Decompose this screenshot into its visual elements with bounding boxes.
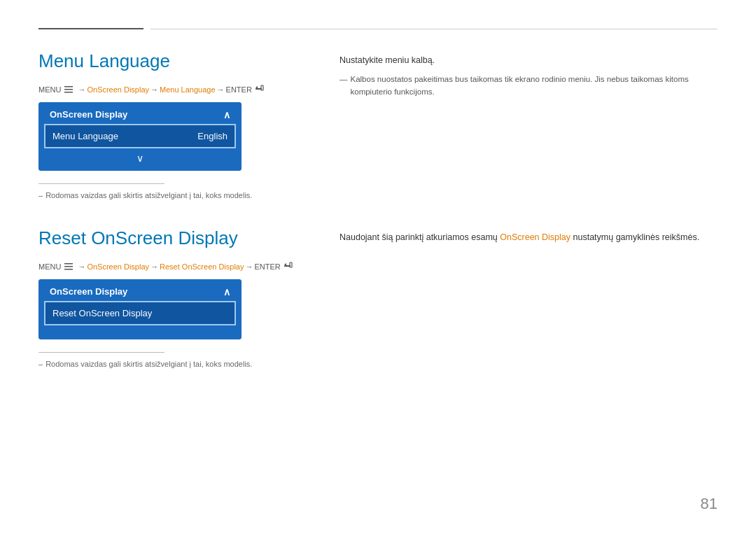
svg-rect-4 xyxy=(255,88,262,90)
osd-row-reset-osd[interactable]: Reset OnScreen Display xyxy=(44,301,236,325)
breadcrumb-link1-1[interactable]: OnScreen Display xyxy=(87,85,149,94)
osd-chevron-up-2: ∧ xyxy=(223,287,230,297)
osd-header-title-2: OnScreen Display xyxy=(50,286,127,297)
breadcrumb-menu-icon-2 xyxy=(64,263,74,270)
desc-link-2[interactable]: OnScreen Display xyxy=(500,232,570,242)
section-divider-2 xyxy=(38,352,164,353)
breadcrumb-link2-1[interactable]: Menu Language xyxy=(160,85,216,94)
desc-main-1: Nustatykite meniu kalbą. xyxy=(340,54,718,67)
footnote-text-1: Rodomas vaizdas gali skirtis atsižvelgia… xyxy=(46,191,252,199)
svg-rect-0 xyxy=(64,86,73,87)
breadcrumb-arrow3-1: → xyxy=(217,85,225,94)
osd-box-menu-language: OnScreen Display ∧ Menu Language English… xyxy=(38,102,241,171)
top-decorative-lines xyxy=(38,28,718,29)
osd-header-2: OnScreen Display ∧ xyxy=(38,279,241,301)
footnote-dash-1: – xyxy=(38,191,43,199)
section-right-menu-language: Nustatykite meniu kalbą. ― Kalbos nuosta… xyxy=(340,50,718,199)
svg-rect-2 xyxy=(64,92,73,93)
breadcrumb-enter-icon-1 xyxy=(255,85,265,94)
footnote-2: – Rodomas vaizdas gali skirtis atsižvelg… xyxy=(38,360,312,368)
top-line-dark xyxy=(38,28,144,29)
svg-rect-1 xyxy=(64,89,73,90)
section-divider-1 xyxy=(38,183,164,184)
footnote-text-2: Rodomas vaizdas gali skirtis atsižvelgia… xyxy=(46,360,252,368)
breadcrumb-link1-2[interactable]: OnScreen Display xyxy=(87,262,149,271)
breadcrumb-arrow2-2: → xyxy=(150,262,158,271)
desc-sub-dash-1: ― xyxy=(340,73,348,99)
breadcrumb-enter-2: ENTER xyxy=(255,262,281,271)
page-number: 81 xyxy=(701,495,718,513)
breadcrumb-link2-2[interactable]: Reset OnScreen Display xyxy=(160,262,244,271)
section-title-reset-osd: Reset OnScreen Display xyxy=(38,227,312,249)
osd-chevron-up-1: ∧ xyxy=(223,110,230,120)
breadcrumb-menu-language: MENU → OnScreen Display → Menu Language … xyxy=(38,85,312,94)
breadcrumb-arrow3-2: → xyxy=(246,262,253,271)
osd-chevron-down-1: ∨ xyxy=(38,148,241,171)
desc-post-2: nustatymų gamyklinės reikšmės. xyxy=(570,232,699,242)
osd-header-title-1: OnScreen Display xyxy=(50,109,127,120)
breadcrumb-enter-1: ENTER xyxy=(226,85,252,94)
osd-header-1: OnScreen Display ∧ xyxy=(38,102,241,124)
svg-rect-7 xyxy=(64,266,73,267)
section-menu-language: Menu Language MENU → OnScreen Display → … xyxy=(38,50,718,199)
breadcrumb-arrow1-1: → xyxy=(78,85,85,94)
osd-row-label-1: Menu Language xyxy=(52,131,118,141)
svg-rect-8 xyxy=(64,269,73,270)
section-title-menu-language: Menu Language xyxy=(38,50,312,72)
osd-box-reset-osd: OnScreen Display ∧ Reset OnScreen Displa… xyxy=(38,279,241,339)
section-left-menu-language: Menu Language MENU → OnScreen Display → … xyxy=(38,50,312,199)
desc-pre-2: Naudojant šią parinktį atkuriamos esamų xyxy=(340,232,500,242)
desc-sub-1: ― Kalbos nuostatos pakeitimas bus taikom… xyxy=(340,73,718,99)
svg-rect-10 xyxy=(284,265,290,267)
breadcrumb-enter-icon-2 xyxy=(284,262,293,271)
section-right-reset-osd: Naudojant šią parinktį atkuriamos esamų … xyxy=(340,227,718,368)
section-left-reset-osd: Reset OnScreen Display MENU → OnScreen D… xyxy=(38,227,312,368)
svg-rect-6 xyxy=(64,263,73,265)
footnote-dash-2: – xyxy=(38,360,43,368)
breadcrumb-arrow2-1: → xyxy=(150,85,158,94)
top-line-light xyxy=(150,29,718,29)
breadcrumb-menu-label: MENU xyxy=(38,85,61,94)
breadcrumb-menu-label-2: MENU xyxy=(38,262,61,271)
osd-chevron-down-2 xyxy=(38,325,241,339)
desc-sub-text-1: Kalbos nuostatos pakeitimas bus taikomas… xyxy=(351,73,718,99)
osd-row-menu-language[interactable]: Menu Language English xyxy=(44,124,236,148)
footnote-1: – Rodomas vaizdas gali skirtis atsižvelg… xyxy=(38,191,312,199)
breadcrumb-arrow1-2: → xyxy=(78,262,85,271)
section-reset-osd: Reset OnScreen Display MENU → OnScreen D… xyxy=(38,227,718,368)
osd-row-label-2: Reset OnScreen Display xyxy=(52,308,152,318)
breadcrumb-reset-osd: MENU → OnScreen Display → Reset OnScreen… xyxy=(38,262,312,271)
desc-main-2: Naudojant šią parinktį atkuriamos esamų … xyxy=(340,231,718,244)
breadcrumb-menu-icon-1 xyxy=(64,86,74,93)
osd-row-value-1: English xyxy=(197,131,227,141)
